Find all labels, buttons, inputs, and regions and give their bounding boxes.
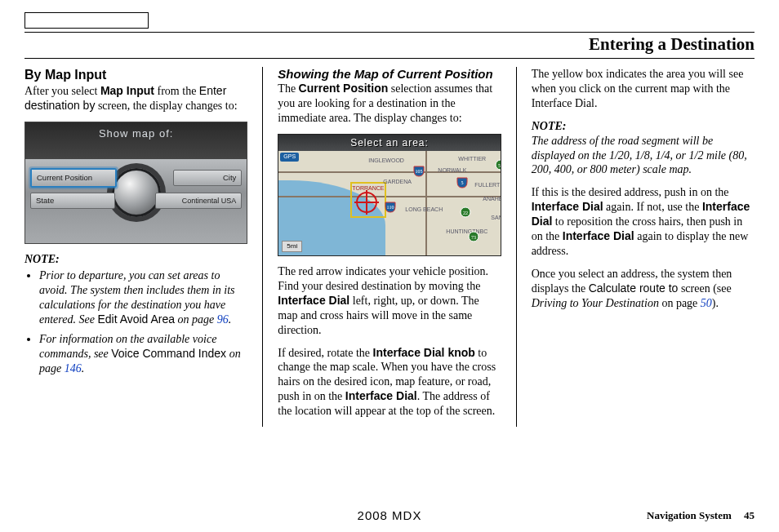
column-middle: Showing the Map of Current Position The … [278, 67, 501, 427]
map-city-label: WHITTIER [458, 156, 486, 163]
top-left-box [24, 12, 149, 29]
dial-knob-icon [112, 168, 161, 217]
svg-text:105: 105 [416, 169, 423, 174]
footer-model: 2008 MDX [358, 508, 422, 522]
col3-p1: The yellow box indicates the area you wi… [532, 67, 755, 111]
map-city-label: ANAHEI [483, 196, 501, 203]
btn-continental-usa: Continental USA [155, 193, 242, 209]
note-label-1: NOTE: [24, 252, 247, 267]
svg-text:57: 57 [498, 162, 501, 167]
btn-city: City [173, 170, 242, 186]
btn-state: State [30, 193, 115, 209]
figure-show-map-of: Show map of: Current Position City State… [24, 122, 247, 244]
link-page-96[interactable]: 96 [217, 313, 229, 326]
col1-intro: After you select Map Input from the Ente… [24, 84, 247, 113]
svg-text:5: 5 [461, 180, 464, 185]
col2-p3: If desired, rotate the Interface Dial kn… [278, 346, 501, 419]
map-road [278, 171, 500, 173]
subheading-current-position: Showing the Map of Current Position [278, 67, 501, 81]
col2-p1: The Current Position selection assumes t… [278, 82, 501, 126]
link-page-146[interactable]: 146 [65, 362, 82, 375]
column-separator-1 [262, 67, 263, 427]
note-text-2: The address of the road segment will be … [532, 134, 755, 178]
route-shield-icon: 73 [468, 231, 479, 242]
figure-select-area-map: Select an area: GPS 5mi INGLEWOOD NORWAL… [278, 134, 501, 256]
svg-text:73: 73 [471, 234, 476, 239]
col3-p2: If this is the desired address, push in … [532, 185, 755, 259]
route-shield-icon: 22 [460, 206, 471, 218]
map-road [425, 151, 427, 256]
note-item-1: Prior to departure, you can set areas to… [39, 268, 247, 327]
note-list-1: Prior to departure, you can set areas to… [24, 268, 247, 375]
link-page-50[interactable]: 50 [701, 297, 712, 309]
map-city-label: HUNTINGTNBC [446, 228, 487, 236]
column-separator-2 [516, 67, 517, 427]
page-title: Entering a Destination [24, 34, 755, 55]
map-scale: 5mi [282, 241, 302, 252]
route-shield-icon: 110 [385, 202, 396, 213]
route-shield-icon: 5 [456, 177, 468, 188]
svg-text:110: 110 [387, 205, 394, 210]
map-city-label: INGLEWOOD [368, 157, 404, 165]
route-shield-icon: 57 [495, 159, 501, 171]
col2-p2: The red arrow indicates your vehicle pos… [278, 264, 501, 338]
heading-by-map-input: By Map Input [24, 67, 247, 83]
route-shield-icon: 105 [413, 166, 425, 177]
fig1-title: Show map of: [25, 122, 247, 141]
map-topbar: Select an area: [278, 135, 500, 151]
top-rule [24, 32, 755, 33]
column-right: The yellow box indicates the area you wi… [532, 67, 755, 427]
gps-badge: GPS [280, 153, 299, 162]
svg-text:22: 22 [463, 210, 468, 215]
map-city-label: SANT [491, 215, 501, 222]
map-road [278, 196, 500, 197]
map-city-label: FULLERT [474, 182, 500, 189]
map-city-label: NORWALK [438, 167, 466, 175]
header-rule [24, 58, 755, 59]
footer: 2008 MDX Navigation System 45 [0, 509, 779, 522]
footer-system-label: Navigation System [647, 509, 732, 521]
footer-page-number: 45 [744, 509, 755, 521]
btn-current-position: Current Position [30, 168, 117, 188]
map-city-label: GARDENA [383, 179, 412, 186]
column-left: By Map Input After you select Map Input … [24, 67, 247, 427]
note-item-2: For information on the available voice c… [39, 332, 247, 376]
note-label-2: NOTE: [532, 119, 755, 134]
col3-p3: Once you select an address, the system t… [532, 267, 755, 311]
map-city-label: LONG BEACH [405, 206, 443, 214]
